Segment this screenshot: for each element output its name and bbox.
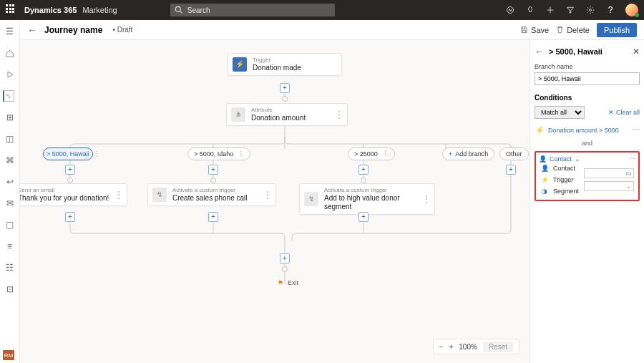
condition-type-dropdown: 👤 Contact ⌄ ⋯ ▭ ⌄ 👤Contact ⚡Trigger ◑Seg…: [535, 151, 640, 201]
add-b3[interactable]: +: [358, 165, 369, 175]
zoom-pct: 100%: [459, 343, 477, 351]
condition-icon: ⚡: [535, 126, 544, 134]
nav-analytics-icon[interactable]: ⊞: [4, 112, 16, 123]
svg-point-0: [175, 6, 180, 11]
nav-return-icon[interactable]: ↩: [4, 176, 16, 188]
nav-chart-icon[interactable]: ◫: [4, 133, 16, 145]
brand: Dynamics 365: [24, 6, 77, 14]
email-more-icon[interactable]: ⋮: [110, 190, 122, 200]
ct1-more-icon[interactable]: ⋮: [259, 190, 271, 200]
delete-label: Delete: [567, 26, 590, 34]
dropdown-item-label: Contact: [553, 165, 575, 172]
attribute-icon: ⋔: [231, 107, 245, 122]
clear-label: Clear all: [616, 109, 640, 116]
dropdown-more-icon[interactable]: ⋯: [629, 155, 635, 163]
nav-home-icon[interactable]: [4, 47, 16, 59]
nav-form-icon[interactable]: ▢: [4, 219, 16, 231]
clear-icon: ✕: [608, 109, 614, 116]
lightbulb-icon[interactable]: [525, 5, 535, 15]
zoom-control[interactable]: − + 100% Reset: [433, 339, 519, 354]
ct2-name: Add to high value donor segment: [324, 194, 418, 211]
branch-2-more-icon[interactable]: ⋮: [238, 150, 244, 158]
match-select[interactable]: Match all: [535, 106, 585, 119]
nav-grid-icon[interactable]: ⊡: [4, 284, 16, 295]
attribute-card[interactable]: ⋔ AttributeDonation amount ⋮: [226, 103, 348, 126]
conn-circ: [210, 178, 216, 183]
condition-field-input[interactable]: ▭: [584, 168, 634, 178]
clear-all-button[interactable]: ✕Clear all: [608, 109, 640, 116]
branch-2-label: > 5000, Idaho: [194, 150, 233, 158]
publish-button[interactable]: Publish: [597, 23, 637, 37]
email-card[interactable]: Send an emailThank you for your donation…: [20, 183, 127, 206]
nav-flow-icon[interactable]: ⌘: [4, 155, 16, 166]
nav-play-icon[interactable]: [4, 69, 16, 80]
contact-icon: 👤: [539, 155, 547, 163]
attribute-type: Attribute: [251, 107, 306, 114]
user-avatar[interactable]: [625, 4, 638, 16]
zoom-out-icon[interactable]: −: [439, 343, 444, 351]
add-b1[interactable]: +: [65, 165, 75, 175]
branch-2-pill[interactable]: > 5000, Idaho⋮: [187, 147, 250, 160]
email-type: Send an email: [20, 187, 109, 194]
journey-title: Journey name: [44, 25, 102, 35]
add-b2[interactable]: +: [208, 165, 218, 175]
zoom-in-icon[interactable]: +: [449, 343, 453, 351]
dropdown-item-label: Segment: [553, 188, 579, 195]
add-after-ct2[interactable]: +: [358, 212, 369, 222]
app-launcher-icon[interactable]: [6, 4, 17, 16]
conn-circ: [361, 178, 366, 183]
add-after-email[interactable]: +: [65, 212, 75, 222]
other-branch-pill[interactable]: Other: [499, 147, 529, 160]
add-icon[interactable]: [545, 5, 555, 15]
add-before-exit[interactable]: +: [280, 253, 290, 263]
dropdown-item-label: Trigger: [553, 176, 573, 183]
ct2-more-icon[interactable]: ⋮: [418, 194, 430, 204]
branch-1-pill[interactable]: > 5000, Hawaii⋮: [43, 147, 93, 160]
help-icon[interactable]: ?: [605, 5, 615, 15]
condition-operator-select[interactable]: ⌄: [584, 181, 634, 191]
card-icon: ▭: [625, 170, 632, 177]
custom-trigger-2-card[interactable]: ↯ Activate a custom triggerAdd to high v…: [299, 183, 435, 215]
trigger-card[interactable]: ⚡ TriggerDonation made: [228, 53, 342, 76]
dropdown-header[interactable]: 👤 Contact ⌄ ⋯: [539, 155, 635, 163]
search-input[interactable]: [170, 4, 335, 16]
journey-canvas[interactable]: ⚡ TriggerDonation made + ⋔ AttributeDona…: [20, 40, 530, 363]
add-below-trigger[interactable]: +: [280, 83, 290, 93]
branch-3-more-icon[interactable]: ⋮: [382, 150, 389, 158]
branch-1-label: > 5000, Hawaii: [47, 150, 89, 158]
condition-row-1[interactable]: ⚡ Donation amount > 5000 ⋯: [535, 125, 640, 135]
trigger-name: Donation made: [253, 64, 301, 72]
assistant-icon[interactable]: [505, 5, 515, 15]
settings-icon[interactable]: [585, 5, 595, 15]
condition-more-icon[interactable]: ⋯: [632, 125, 639, 135]
branch-1-more-icon[interactable]: ⋮: [94, 150, 100, 158]
attribute-more-icon[interactable]: ⋮: [331, 110, 343, 120]
nav-menu-icon[interactable]: ☰: [4, 26, 16, 37]
panel-back-button[interactable]: ←: [535, 46, 545, 57]
nav-journeys-icon[interactable]: [3, 90, 14, 102]
trigger-type: Trigger: [253, 57, 301, 64]
persona-badge[interactable]: RM: [3, 350, 14, 360]
delete-button[interactable]: Delete: [556, 26, 590, 34]
ct1-type: Activate a custom trigger: [172, 187, 248, 194]
filter-icon[interactable]: [565, 5, 575, 15]
search-icon: [175, 6, 182, 15]
branch-3-pill[interactable]: > 25000⋮: [348, 147, 395, 160]
nav-mail-icon[interactable]: ✉: [4, 198, 16, 209]
trigger-icon: ⚡: [233, 57, 247, 72]
chevron-down-icon: ⌄: [575, 155, 580, 163]
panel-close-button[interactable]: ✕: [633, 47, 640, 57]
dropdown-header-label: Contact: [550, 155, 572, 163]
add-after-ct1[interactable]: +: [208, 212, 218, 222]
save-button[interactable]: Save: [520, 26, 549, 34]
back-button[interactable]: ←: [27, 24, 37, 36]
nav-list-icon[interactable]: ☷: [4, 262, 16, 274]
branch-name-input[interactable]: [535, 72, 640, 85]
zoom-reset-button[interactable]: Reset: [483, 342, 513, 352]
conn-circ: [282, 266, 288, 272]
email-name: Thank you for your donation!: [20, 194, 109, 203]
nav-stack-icon[interactable]: ≡: [4, 241, 16, 252]
custom-trigger-1-card[interactable]: ↯ Activate a custom triggerCreate sales …: [147, 183, 276, 206]
add-branch-button[interactable]: +Add branch: [442, 147, 494, 160]
add-other[interactable]: +: [506, 165, 516, 175]
